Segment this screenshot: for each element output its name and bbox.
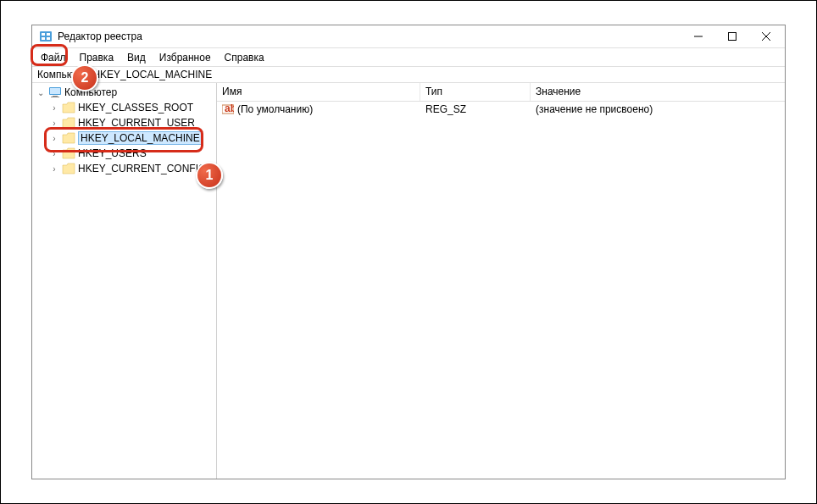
svg-rect-2: [47, 33, 50, 36]
cell-name: ab (По умолчанию): [217, 103, 420, 115]
maximize-icon: [728, 32, 736, 41]
expand-icon[interactable]: ⌄: [36, 88, 46, 97]
annotation-badge-1: 1: [196, 162, 223, 189]
menu-favorites[interactable]: Избранное: [153, 50, 218, 65]
folder-icon: [62, 147, 75, 159]
menu-help[interactable]: Справка: [218, 50, 271, 65]
col-type[interactable]: Тип: [420, 83, 531, 101]
app-icon: [39, 30, 53, 43]
close-icon: [762, 32, 770, 41]
col-value[interactable]: Значение: [531, 83, 785, 101]
tree-label: HKEY_CURRENT_CONFIG: [78, 163, 206, 174]
folder-icon: [62, 117, 75, 129]
svg-rect-1: [42, 33, 45, 36]
value-row[interactable]: ab (По умолчанию) REG_SZ (значение не пр…: [217, 102, 785, 117]
menu-file[interactable]: Файл: [34, 50, 73, 65]
expand-icon[interactable]: ›: [49, 149, 59, 158]
svg-rect-12: [51, 97, 59, 97]
tree-item-hkcr[interactable]: › HKEY_CLASSES_ROOT: [32, 100, 216, 115]
folder-icon: [62, 132, 75, 144]
tree-label: HKEY_USERS: [78, 147, 147, 159]
svg-rect-0: [40, 31, 52, 42]
cell-type: REG_SZ: [420, 103, 531, 115]
address-bar[interactable]: Компьютер\HKEY_LOCAL_MACHINE: [32, 66, 785, 83]
values-pane[interactable]: Имя Тип Значение ab (По умолчанию) REG_S…: [217, 83, 785, 479]
list-header: Имя Тип Значение: [217, 83, 785, 102]
svg-rect-6: [729, 33, 736, 41]
tree-item-hku[interactable]: › HKEY_USERS: [32, 146, 216, 161]
close-button[interactable]: [749, 25, 783, 47]
tree-label: HKEY_LOCAL_MACHINE: [78, 131, 203, 145]
tree-item-hkcu[interactable]: › HKEY_CURRENT_USER: [32, 115, 216, 130]
minimize-button[interactable]: [681, 25, 715, 47]
svg-rect-3: [42, 37, 45, 40]
tree-label: HKEY_CURRENT_USER: [78, 117, 195, 129]
body: ⌄ Компьютер › HKEY_CLASSES_ROOT ›: [32, 83, 785, 479]
address-path: Компьютер\HKEY_LOCAL_MACHINE: [37, 69, 212, 80]
cell-value: (значение не присвоено): [531, 103, 785, 115]
menu-edit[interactable]: Правка: [73, 50, 121, 65]
registry-editor-window: Редактор реестра Файл Правка Вид Избранн…: [31, 25, 786, 479]
svg-rect-4: [47, 37, 50, 40]
tree-label: HKEY_CLASSES_ROOT: [78, 102, 193, 114]
tree-root-computer[interactable]: ⌄ Компьютер: [32, 85, 216, 100]
expand-icon[interactable]: ›: [49, 134, 59, 143]
minimize-icon: [694, 32, 703, 41]
expand-icon[interactable]: ›: [49, 164, 59, 174]
expand-icon[interactable]: ›: [49, 119, 59, 128]
folder-icon: [62, 163, 75, 174]
computer-icon: [48, 86, 62, 98]
tree-item-hklm[interactable]: › HKEY_LOCAL_MACHINE: [32, 130, 216, 146]
annotation-badge-2: 2: [71, 64, 98, 91]
svg-text:ab: ab: [225, 103, 234, 114]
value-name: (По умолчанию): [237, 103, 313, 115]
col-name[interactable]: Имя: [217, 83, 420, 101]
svg-rect-10: [50, 88, 60, 94]
svg-rect-11: [53, 96, 58, 97]
tree-pane[interactable]: ⌄ Компьютер › HKEY_CLASSES_ROOT ›: [32, 83, 217, 479]
tree-item-hkcc[interactable]: › HKEY_CURRENT_CONFIG: [32, 161, 216, 176]
maximize-button[interactable]: [715, 25, 749, 47]
window-title: Редактор реестра: [58, 30, 681, 42]
menu-view[interactable]: Вид: [120, 50, 153, 65]
titlebar: Редактор реестра: [32, 25, 785, 47]
expand-icon[interactable]: ›: [49, 103, 59, 113]
string-value-icon: ab: [222, 103, 234, 115]
folder-icon: [62, 102, 75, 114]
menubar: Файл Правка Вид Избранное Справка: [32, 47, 785, 66]
